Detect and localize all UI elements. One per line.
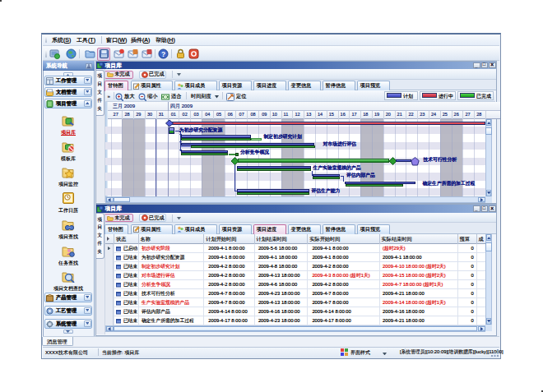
svg-text:?: ? xyxy=(161,50,165,58)
